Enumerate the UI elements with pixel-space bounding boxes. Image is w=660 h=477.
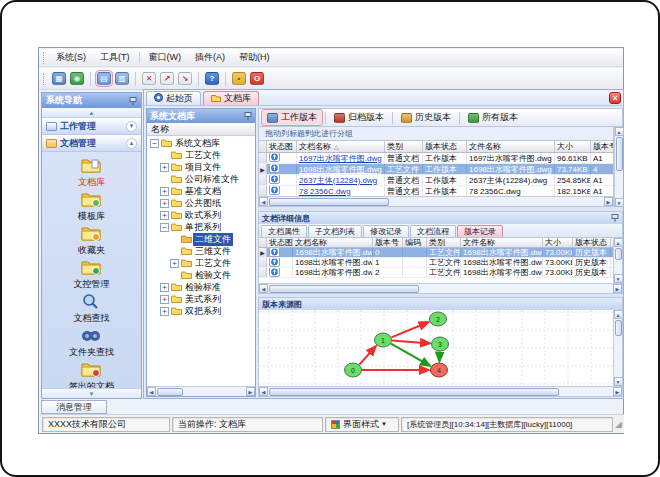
tree-column-header[interactable]: 名称 [147, 123, 255, 136]
scroll-left-icon[interactable]: ◀ [259, 284, 268, 293]
tree-node-5[interactable]: +公共图纸 [147, 197, 255, 209]
chevron-up-icon[interactable]: ▲ [126, 138, 137, 149]
scroll-thumb[interactable] [269, 198, 389, 206]
tree-node-1[interactable]: 工艺文件 [147, 149, 255, 161]
pin-icon[interactable] [244, 112, 252, 120]
scroll-up-icon[interactable]: ▲ [614, 238, 623, 247]
detail-tab-2[interactable]: 修改记录 [363, 225, 409, 237]
tab-1[interactable]: 文档库 [203, 91, 259, 105]
scroll-thumb[interactable] [616, 137, 623, 171]
chevron-down-icon[interactable]: ▼ [126, 121, 137, 132]
table-row[interactable]: 1697出水嘴零件图.dwg普通文档工作版本1697出水嘴零件图.dwg96.6… [259, 153, 613, 164]
column-header-3[interactable]: 版本状态 [423, 141, 467, 152]
version-filter-0[interactable]: 工作版本 [262, 110, 322, 125]
window-import-icon[interactable]: ↘ [177, 71, 193, 86]
tree-expand-icon[interactable]: + [160, 199, 169, 208]
tree-node-0[interactable]: −系统文档库 [147, 137, 255, 149]
column-header-2[interactable]: 类别 [385, 141, 423, 152]
graph-vscrollbar[interactable]: ▲ ▼ [613, 310, 622, 386]
column-header-0[interactable]: 状态图 [267, 141, 297, 152]
pin-icon[interactable] [129, 97, 137, 105]
folder-window-icon[interactable]: ▤ [96, 71, 112, 86]
sidebar-scroll-down[interactable]: ▼ [42, 388, 141, 398]
sidebar-item-4[interactable]: 文档查找 [46, 292, 137, 325]
pin-icon[interactable] [611, 214, 619, 222]
tree-expand-icon[interactable]: + [160, 187, 169, 196]
column-header-3[interactable]: 编码 [403, 238, 427, 247]
version-table-vscrollbar[interactable]: ▲ ▼ [613, 238, 622, 283]
tree-node-13[interactable]: +美式系列 [147, 293, 255, 305]
detail-tab-3[interactable]: 文档流程 [410, 225, 456, 237]
tree-node-10[interactable]: +工艺文件 [147, 257, 255, 269]
scroll-left-icon[interactable]: ◀ [147, 387, 156, 396]
layout-window-icon[interactable]: ▥ [114, 71, 130, 86]
table-row[interactable]: 1698出水嘴零件图.dwg1工艺文件1698出水嘴零件图.dwg73.00KB… [259, 258, 622, 268]
table-row[interactable]: 2637主体(12284).dwg普通文档工作版本2637主体(12284).d… [259, 175, 613, 186]
help-icon[interactable]: ? [204, 71, 220, 86]
document-link[interactable]: 2637主体(12284).dwg [299, 175, 377, 185]
tree-node-12[interactable]: +检验标准 [147, 281, 255, 293]
table-row[interactable]: 78 2356C.dwg普通文档工作版本78 2356C.dwg182.15KB… [259, 186, 613, 196]
scroll-down-icon[interactable]: ▼ [615, 198, 624, 207]
tree-node-6[interactable]: +欧式系列 [147, 209, 255, 221]
tab-close-button[interactable]: ✕ [609, 92, 621, 104]
tree-expand-icon[interactable]: + [170, 259, 179, 268]
sidebar-item-3[interactable]: 文控管理 [46, 258, 137, 291]
scroll-right-icon[interactable]: ▶ [246, 387, 255, 396]
scroll-thumb[interactable] [157, 388, 183, 396]
scroll-thumb[interactable] [615, 248, 622, 260]
sidebar-item-2[interactable]: 收藏夹 [46, 224, 137, 257]
column-header-7[interactable]: 版本状态 [573, 238, 611, 247]
sidebar-group-doc[interactable]: 文档管理 ▲ [42, 135, 141, 152]
column-header-2[interactable]: 版本号 [373, 238, 403, 247]
column-header-6[interactable]: 版本号 [591, 141, 613, 152]
scroll-up-icon[interactable]: ▲ [614, 310, 623, 319]
tree-expand-icon[interactable]: + [160, 163, 169, 172]
detail-tab-1[interactable]: 子文档列表 [308, 225, 362, 237]
table-row[interactable]: ▶1698出水嘴零件图.dwg0工艺文件1698出水嘴零件图.dwg73.00K… [259, 248, 622, 258]
column-header-1[interactable]: 文档名称 [293, 238, 373, 247]
column-header-6[interactable]: 大小 [543, 238, 573, 247]
column-header-4[interactable]: 类别 [427, 238, 461, 247]
lock-icon[interactable]: • [231, 71, 247, 86]
column-header-4[interactable]: 文件名称 [467, 141, 555, 152]
menu-item-4[interactable]: 帮助(H) [232, 49, 277, 66]
tree-node-9[interactable]: 三维文件 [147, 245, 255, 257]
scroll-up-icon[interactable]: ▲ [615, 127, 624, 136]
window-close-icon[interactable]: ✕ [141, 71, 157, 86]
table-row[interactable]: ▶1698出水嘴零件图.dwg工艺文件工作版本1698出水嘴零件图.dwg73.… [259, 164, 613, 175]
scroll-thumb[interactable] [269, 285, 419, 293]
document-link[interactable]: 78 2356C.dwg [299, 187, 351, 196]
window-export-icon[interactable]: ↗ [159, 71, 175, 86]
tree-expand-icon[interactable]: + [160, 295, 169, 304]
version-table-hscrollbar[interactable]: ◀ ▶ [259, 283, 622, 293]
tree-node-14[interactable]: +双把系列 [147, 305, 255, 317]
tree-expand-icon[interactable]: + [160, 211, 169, 220]
tree-node-2[interactable]: +项目文件 [147, 161, 255, 173]
tree-node-7[interactable]: −单把系列 [147, 221, 255, 233]
resize-grip-icon[interactable]: ◢ [615, 419, 622, 429]
power-icon[interactable]: O [249, 71, 265, 86]
tree-expand-icon[interactable]: + [160, 307, 169, 316]
tree-node-3[interactable]: 公司标准文件 [147, 173, 255, 185]
document-link[interactable]: 1698出水嘴零件图.dwg [299, 164, 382, 174]
column-header-1[interactable]: 文档名称△ [297, 141, 385, 152]
menu-item-2[interactable]: 窗口(W) [142, 49, 189, 66]
version-filter-3[interactable]: 所有版本 [463, 110, 523, 125]
globe-icon[interactable]: ◉ [69, 71, 85, 86]
scroll-right-icon[interactable]: ▶ [613, 284, 622, 293]
sidebar-scroll-up[interactable]: ▲ [42, 108, 141, 118]
tree-node-11[interactable]: 检验文件 [147, 269, 255, 281]
menu-item-0[interactable]: 系统(S) [49, 49, 93, 66]
menu-item-3[interactable]: 插件(A) [188, 49, 232, 66]
sidebar-item-6[interactable]: 签出的文档 [46, 360, 137, 388]
column-header-5[interactable]: 大小 [555, 141, 591, 152]
tree-expand-icon[interactable]: + [160, 283, 169, 292]
table-row[interactable]: 1698出水嘴零件图.dwg2工艺文件1698出水嘴零件图.dwg73.00KB… [259, 268, 622, 278]
scroll-down-icon[interactable]: ▼ [614, 274, 623, 283]
tree-expand-icon[interactable]: − [150, 139, 159, 148]
scroll-thumb[interactable] [269, 388, 559, 396]
scroll-left-icon[interactable]: ◀ [259, 197, 268, 206]
doc-table-hscrollbar[interactable]: ◀ ▶ [259, 196, 613, 206]
workspace-icon[interactable]: ▦ [51, 71, 67, 86]
